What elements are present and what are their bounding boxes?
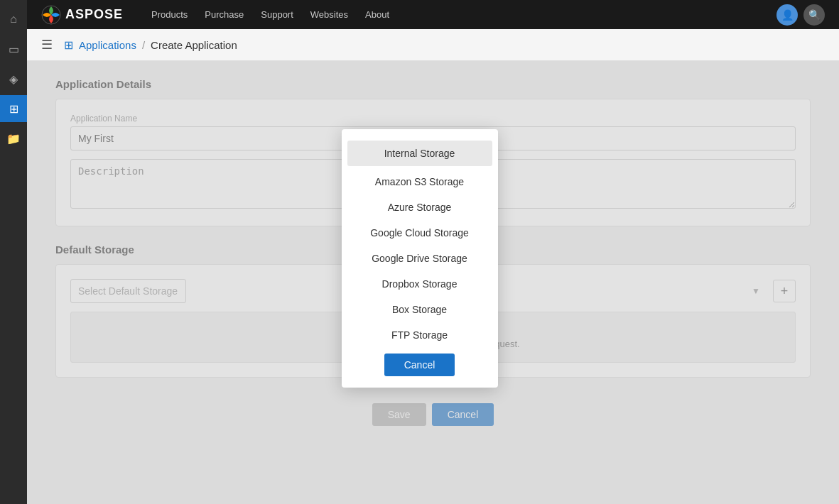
modal-item-box[interactable]: Box Storage	[342, 297, 498, 322]
sidebar-item-home[interactable]: ⌂	[0, 6, 27, 33]
modal-item-google-cloud[interactable]: Google Cloud Storage	[342, 220, 498, 246]
user-icon: 👤	[781, 9, 794, 21]
modal-item-ftp[interactable]: FTP Storage	[342, 322, 498, 348]
breadcrumb-separator: /	[142, 39, 145, 51]
logo: ASPOSE	[41, 5, 123, 25]
content-area: Application Details Application Name Def…	[27, 61, 839, 504]
logo-icon	[41, 5, 61, 25]
modal-item-azure[interactable]: Azure Storage	[342, 195, 498, 220]
breadcrumb-current: Create Application	[151, 39, 237, 51]
search-button[interactable]: 🔍	[803, 4, 825, 26]
sidebar-item-layers[interactable]: ◈	[0, 65, 27, 92]
apps-icon: ⊞	[9, 102, 18, 116]
modal-item-dropbox[interactable]: Dropbox Storage	[342, 271, 498, 297]
layers-icon: ◈	[9, 72, 18, 86]
breadcrumb-applications[interactable]: Applications	[79, 39, 136, 51]
home-icon: ⌂	[10, 13, 17, 26]
nav-about[interactable]: About	[365, 6, 389, 23]
sub-header: ☰ ⊞ Applications / Create Application	[27, 29, 839, 61]
nav-websites[interactable]: Websites	[310, 6, 348, 23]
logo-text: ASPOSE	[65, 7, 123, 22]
files-icon: 📁	[6, 132, 21, 146]
modal-cancel-row: Cancel	[342, 348, 498, 376]
nav-support[interactable]: Support	[261, 6, 293, 23]
sidebar-item-apps[interactable]: ⊞	[0, 95, 27, 122]
user-button[interactable]: 👤	[776, 4, 798, 26]
sidebar-item-files[interactable]: 📁	[0, 125, 27, 152]
storage-modal: Internal Storage Amazon S3 Storage Azure…	[342, 129, 498, 388]
modal-item-google-drive[interactable]: Google Drive Storage	[342, 246, 498, 271]
nav-purchase[interactable]: Purchase	[205, 6, 244, 23]
modal-item-internal-storage[interactable]: Internal Storage	[347, 141, 492, 166]
sidebar: ⌂ ▭ ◈ ⊞ 📁	[0, 0, 27, 504]
modal-backdrop: Internal Storage Amazon S3 Storage Azure…	[27, 61, 839, 504]
breadcrumb: ⊞ Applications / Create Application	[64, 38, 237, 52]
sidebar-item-card[interactable]: ▭	[0, 35, 27, 62]
modal-item-amazon-s3[interactable]: Amazon S3 Storage	[342, 169, 498, 195]
grid-icon: ⊞	[64, 38, 73, 52]
topnav: ASPOSE Products Purchase Support Website…	[27, 0, 839, 29]
topnav-links: Products Purchase Support Websites About	[151, 6, 776, 23]
nav-products[interactable]: Products	[151, 6, 188, 23]
card-icon: ▭	[9, 43, 19, 56]
topnav-actions: 👤 🔍	[776, 4, 825, 26]
hamburger-menu[interactable]: ☰	[41, 37, 53, 53]
main-area: ASPOSE Products Purchase Support Website…	[27, 0, 839, 504]
search-icon: 🔍	[808, 9, 821, 21]
modal-cancel-button[interactable]: Cancel	[384, 354, 455, 376]
